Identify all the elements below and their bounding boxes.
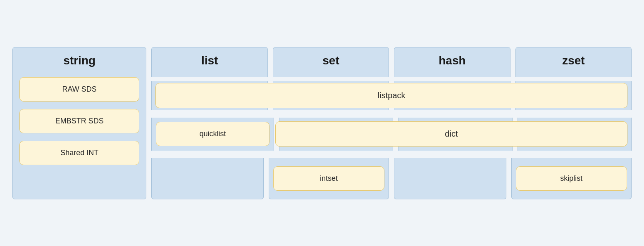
string-items: RAW SDS EMBSTR SDS Shared INT bbox=[19, 77, 139, 189]
column-zset: zset bbox=[515, 47, 632, 77]
listpack-box: listpack bbox=[155, 83, 627, 108]
skiplist-box: skiplist bbox=[516, 166, 627, 191]
column-list-header: list bbox=[201, 54, 218, 67]
column-set: set bbox=[273, 47, 389, 77]
raw-sds-box: RAW SDS bbox=[19, 77, 139, 102]
column-string: string RAW SDS EMBSTR SDS Shared INT bbox=[12, 47, 146, 199]
column-list: list bbox=[151, 47, 267, 77]
quicklist-box: quicklist bbox=[156, 122, 269, 146]
dict-box: dict bbox=[275, 121, 627, 147]
column-set-header: set bbox=[322, 54, 339, 67]
column-zset-header: zset bbox=[562, 54, 584, 67]
column-hash: hash bbox=[394, 47, 510, 77]
diagram: string RAW SDS EMBSTR SDS Shared INT lis… bbox=[0, 35, 644, 212]
embstr-sds-box: EMBSTR SDS bbox=[19, 109, 139, 133]
intset-box: intset bbox=[273, 166, 384, 191]
column-hash-header: hash bbox=[439, 54, 465, 67]
shared-int-box: Shared INT bbox=[19, 141, 139, 165]
column-string-header: string bbox=[63, 54, 95, 67]
